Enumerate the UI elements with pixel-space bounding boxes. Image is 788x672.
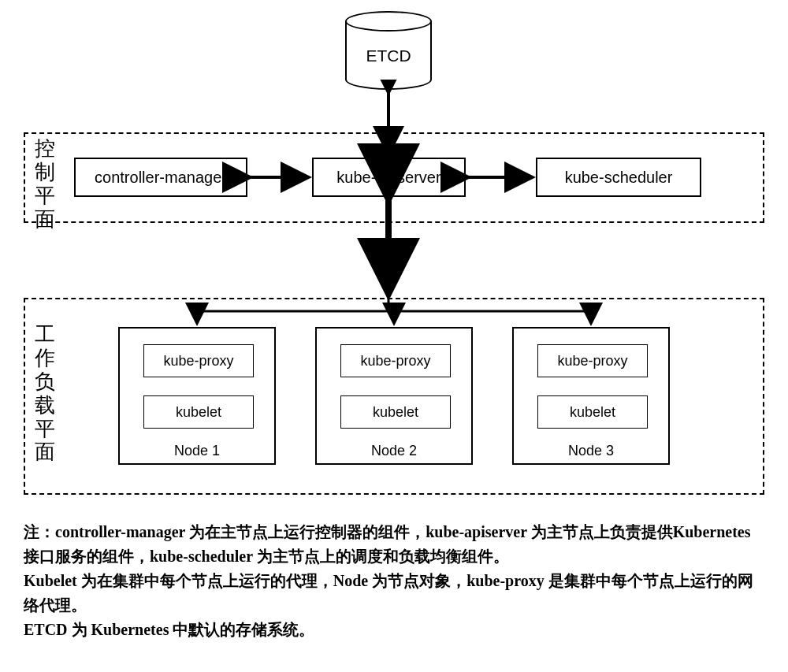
notes-line-3: ETCD 为 Kubernetes 中默认的存储系统。 (24, 618, 764, 642)
node-3-kube-proxy: kube-proxy (537, 344, 648, 377)
kube-apiserver-box: kube-apiserver (312, 158, 466, 197)
node-2-label: Node 2 (317, 443, 471, 459)
node-3: kube-proxy kubelet Node 3 (512, 327, 670, 465)
kube-apiserver-label: kube-apiserver (336, 169, 440, 187)
node-3-kubelet: kubelet (537, 395, 648, 429)
node-2: kube-proxy kubelet Node 2 (315, 327, 473, 465)
notes: 注：controller-manager 为在主节点上运行控制器的组件，kube… (24, 520, 764, 642)
node-3-label: Node 3 (514, 443, 668, 459)
notes-line-1: 注：controller-manager 为在主节点上运行控制器的组件，kube… (24, 520, 764, 569)
controller-manager-box: controller-manager (74, 158, 247, 197)
etcd-label: ETCD (345, 46, 432, 65)
node-1-kube-proxy: kube-proxy (143, 344, 254, 377)
node-1-kubelet: kubelet (143, 395, 254, 429)
node-2-kube-proxy: kube-proxy (340, 344, 451, 377)
node-1-label: Node 1 (120, 443, 274, 459)
workload-plane-label: 工 作 负 载 平 面 (35, 323, 55, 464)
node-1: kube-proxy kubelet Node 1 (118, 327, 276, 465)
control-plane-label: 控 制 平 面 (35, 137, 55, 232)
etcd-cylinder: ETCD (345, 11, 432, 90)
controller-manager-label: controller-manager (95, 169, 227, 187)
kube-scheduler-label: kube-scheduler (565, 169, 673, 187)
node-2-kubelet: kubelet (340, 395, 451, 429)
diagram-canvas: ETCD 控 制 平 面 controller-manager kube-api… (0, 0, 788, 672)
kube-scheduler-box: kube-scheduler (536, 158, 701, 197)
notes-line-2: Kubelet 为在集群中每个节点上运行的代理，Node 为节点对象，kube-… (24, 569, 764, 618)
